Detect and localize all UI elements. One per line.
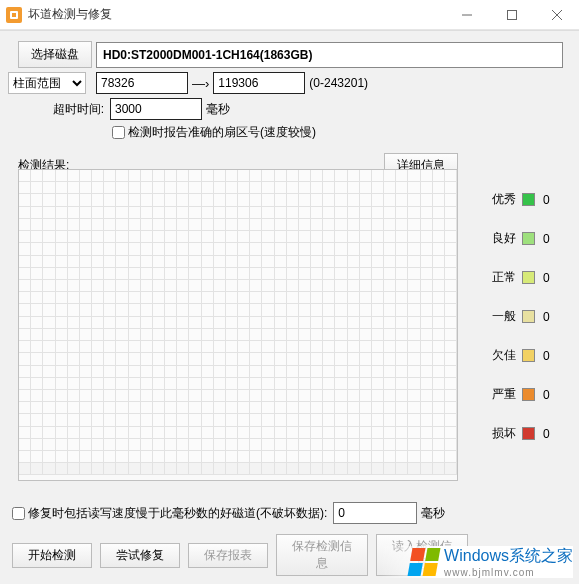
grid-cell [372, 414, 384, 426]
grid-cell [31, 366, 43, 378]
grid-cell [372, 353, 384, 365]
repair-threshold-input[interactable] [333, 502, 417, 524]
grid-cell [275, 317, 287, 329]
grid-cell [348, 304, 360, 316]
grid-cell [384, 353, 396, 365]
grid-cell [445, 268, 457, 280]
grid-cell [433, 414, 445, 426]
legend-name: 严重 [478, 386, 516, 403]
grid-cell [189, 341, 201, 353]
grid-cell [287, 292, 299, 304]
grid-cell [214, 341, 226, 353]
grid-cell [177, 439, 189, 451]
grid-cell [141, 292, 153, 304]
grid-cell [299, 353, 311, 365]
grid-cell [287, 366, 299, 378]
grid-cell [202, 378, 214, 390]
grid-cell [202, 219, 214, 231]
grid-cell [129, 366, 141, 378]
grid-cell [92, 231, 104, 243]
grid-cell [177, 366, 189, 378]
grid-cell [202, 463, 214, 475]
grid-cell [238, 170, 250, 182]
grid-cell [56, 219, 68, 231]
grid-cell [80, 451, 92, 463]
legend-item: 正常0 [478, 269, 568, 286]
grid-cell [262, 427, 274, 439]
grid-cell [335, 390, 347, 402]
grid-cell [348, 317, 360, 329]
minimize-button[interactable] [444, 0, 489, 30]
grid-cell [104, 194, 116, 206]
grid-cell [19, 353, 31, 365]
grid-cell [348, 353, 360, 365]
grid-cell [250, 219, 262, 231]
app-icon [6, 7, 22, 23]
grid-cell [31, 292, 43, 304]
grid-cell [250, 317, 262, 329]
grid-cell [202, 439, 214, 451]
legend-name: 优秀 [478, 191, 516, 208]
grid-cell [104, 317, 116, 329]
grid-cell [31, 463, 43, 475]
grid-cell [275, 304, 287, 316]
grid-cell [68, 256, 80, 268]
grid-cell [129, 414, 141, 426]
grid-cell [348, 378, 360, 390]
grid-cell [226, 182, 238, 194]
grid-cell [19, 366, 31, 378]
grid-cell [165, 292, 177, 304]
grid-cell [141, 329, 153, 341]
grid-cell [384, 207, 396, 219]
save-scan-info-button[interactable]: 保存检测信息 [276, 534, 368, 576]
range-from-input[interactable] [96, 72, 188, 94]
load-scan-info-button[interactable]: 读入检测信息 [376, 534, 468, 576]
grid-cell [19, 439, 31, 451]
grid-cell [421, 317, 433, 329]
grid-cell [275, 194, 287, 206]
grid-cell [104, 451, 116, 463]
legend-swatch [522, 271, 535, 284]
grid-cell [335, 329, 347, 341]
start-scan-button[interactable]: 开始检测 [12, 543, 92, 568]
accurate-sector-checkbox[interactable]: 检测时报告准确的扇区号(速度较慢) [112, 124, 316, 141]
maximize-button[interactable] [489, 0, 534, 30]
grid-cell [68, 402, 80, 414]
grid-cell [433, 268, 445, 280]
grid-cell [202, 414, 214, 426]
grid-cell [433, 280, 445, 292]
grid-cell [433, 427, 445, 439]
grid-cell [226, 170, 238, 182]
grid-cell [177, 194, 189, 206]
grid-cell [189, 268, 201, 280]
grid-cell [80, 243, 92, 255]
save-report-button[interactable]: 保存报表 [188, 543, 268, 568]
grid-cell [250, 170, 262, 182]
grid-cell [92, 256, 104, 268]
grid-cell [250, 256, 262, 268]
grid-cell [43, 451, 55, 463]
grid-cell [116, 341, 128, 353]
grid-cell [19, 292, 31, 304]
close-button[interactable] [534, 0, 579, 30]
grid-cell [275, 390, 287, 402]
repair-slow-tracks-checkbox[interactable]: 修复时包括读写速度慢于此毫秒数的好磁道(不破坏数据): [12, 505, 327, 522]
grid-cell [68, 182, 80, 194]
grid-cell [396, 329, 408, 341]
grid-cell [287, 256, 299, 268]
grid-cell [165, 231, 177, 243]
select-disk-button[interactable]: 选择磁盘 [18, 41, 92, 68]
grid-cell [360, 402, 372, 414]
grid-cell [141, 207, 153, 219]
grid-cell [348, 463, 360, 475]
grid-cell [299, 317, 311, 329]
timeout-input[interactable] [110, 98, 202, 120]
grid-cell [165, 451, 177, 463]
grid-cell [68, 231, 80, 243]
range-mode-select[interactable]: 柱面范围 [8, 72, 86, 94]
grid-cell [323, 182, 335, 194]
grid-cell [202, 194, 214, 206]
grid-cell [43, 402, 55, 414]
try-repair-button[interactable]: 尝试修复 [100, 543, 180, 568]
range-to-input[interactable] [213, 72, 305, 94]
